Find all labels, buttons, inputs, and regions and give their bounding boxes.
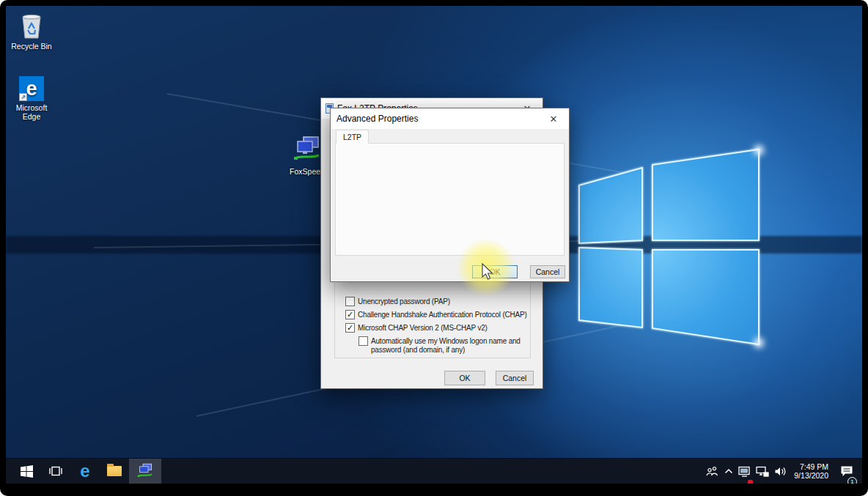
desktop-icon-label: Recycle Bin [8, 42, 55, 51]
taskbar-clock[interactable]: 7:49 PM 9/13/2020 [792, 462, 831, 480]
volume-button[interactable] [774, 459, 787, 484]
tab-l2tp[interactable]: L2TP [336, 130, 369, 144]
checkbox[interactable]: ✓ [345, 323, 355, 333]
advanced-dialog-title: Advanced Properties [336, 114, 418, 124]
l2tp-tab-page [335, 143, 564, 256]
task-view-button[interactable] [41, 459, 70, 484]
shortcut-arrow-icon: ↗ [19, 93, 27, 101]
task-view-icon [48, 465, 63, 477]
ok-button[interactable]: OK [472, 265, 518, 278]
edge-icon: e [80, 462, 89, 480]
network-button[interactable] [756, 459, 769, 484]
foxspeed-app-icon [136, 462, 154, 480]
tray-time: 7:49 PM [794, 462, 828, 471]
taskbar-left: e [6, 459, 161, 484]
network-icon [756, 466, 769, 477]
chevron-up-icon [724, 468, 733, 475]
edge-icon: e ↗ [8, 70, 55, 101]
notification-count-badge: 1 [847, 477, 857, 484]
cancel-button[interactable]: Cancel [530, 265, 565, 278]
action-center-button[interactable]: 1 [840, 459, 853, 484]
cancel-button[interactable]: Cancel [496, 371, 534, 385]
people-icon [706, 466, 719, 476]
checkbox[interactable] [345, 297, 355, 306]
desktop-icon-label: Microsoft Edge [8, 103, 55, 121]
desktop-icon-recycle-bin[interactable]: Recycle Bin [8, 9, 55, 51]
start-button[interactable] [12, 459, 41, 484]
checkbox[interactable] [358, 336, 368, 346]
file-explorer-icon [107, 466, 122, 476]
taskbar: e [6, 458, 862, 484]
taskbar-edge-button[interactable]: e [70, 459, 100, 484]
tray-overflow-button[interactable] [724, 459, 733, 484]
tray-date: 9/13/2020 [794, 471, 828, 480]
foxspeed-tray-icon [738, 466, 751, 477]
taskbar-foxspeed-button[interactable] [129, 459, 161, 484]
action-center-icon [840, 465, 853, 477]
foxspeed-tray-button[interactable] [738, 459, 751, 484]
volume-icon [774, 466, 787, 477]
system-tray: 7:49 PM 9/13/2020 1 [706, 459, 862, 484]
advanced-properties-dialog: Advanced Properties ✕ L2TP Use preshared… [330, 108, 570, 282]
taskbar-file-explorer-button[interactable] [100, 459, 129, 484]
advanced-dialog-titlebar[interactable]: Advanced Properties ✕ [331, 108, 569, 129]
desktop-icon-microsoft-edge[interactable]: e ↗ Microsoft Edge [8, 70, 55, 121]
people-button[interactable] [706, 459, 719, 484]
close-icon[interactable]: ✕ [542, 112, 564, 126]
screenshot-frame: Recycle Bin e ↗ Microsoft Edge [0, 0, 868, 496]
desktop: Recycle Bin e ↗ Microsoft Edge [6, 6, 862, 484]
start-icon [21, 465, 33, 478]
ok-button[interactable]: OK [444, 371, 485, 385]
recycle-bin-icon [8, 9, 55, 40]
checkbox[interactable]: ✓ [345, 310, 355, 319]
alert-badge [748, 480, 753, 484]
